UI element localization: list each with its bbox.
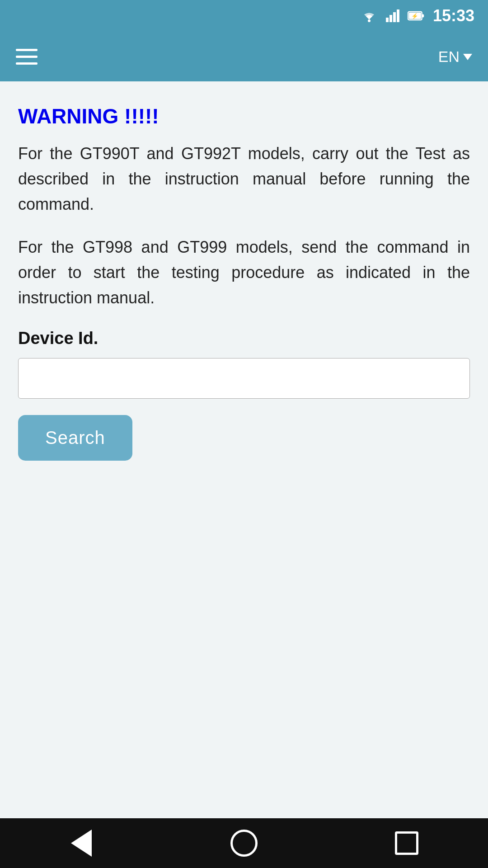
home-icon — [230, 830, 258, 857]
chevron-down-icon — [463, 54, 472, 60]
device-id-input[interactable] — [18, 358, 470, 399]
back-icon — [71, 830, 92, 857]
status-bar: ⚡ 15:33 — [0, 0, 488, 32]
wifi-icon — [361, 9, 378, 22]
app-bar: EN — [0, 32, 488, 81]
svg-rect-7 — [422, 14, 424, 17]
search-button[interactable]: Search — [18, 415, 132, 461]
hamburger-line-2 — [16, 56, 38, 58]
back-button[interactable] — [63, 825, 99, 861]
device-id-label: Device Id. — [18, 329, 470, 348]
svg-rect-2 — [389, 15, 392, 22]
svg-rect-3 — [393, 12, 396, 22]
language-label: EN — [438, 48, 460, 66]
warning-title: WARNING !!!!! — [18, 104, 470, 128]
status-bar-right: ⚡ 15:33 — [361, 6, 474, 25]
hamburger-menu-icon[interactable] — [16, 49, 38, 65]
signal-icon — [386, 9, 399, 22]
battery-icon: ⚡ — [408, 9, 425, 22]
main-content: WARNING !!!!! For the GT990T and GT992T … — [0, 81, 488, 818]
svg-rect-1 — [386, 18, 389, 22]
status-time: 15:33 — [433, 6, 474, 25]
language-selector[interactable]: EN — [438, 48, 472, 66]
home-button[interactable] — [226, 825, 262, 861]
svg-point-0 — [368, 19, 371, 22]
recents-icon — [395, 831, 418, 855]
warning-paragraph-1: For the GT990T and GT992T models, carry … — [18, 141, 470, 217]
svg-rect-4 — [397, 9, 399, 22]
svg-text:⚡: ⚡ — [411, 13, 418, 20]
hamburger-line-1 — [16, 49, 38, 51]
nav-bar — [0, 818, 488, 868]
recents-button[interactable] — [389, 825, 425, 861]
warning-paragraph-2: For the GT998 and GT999 models, send the… — [18, 235, 470, 310]
hamburger-line-3 — [16, 62, 38, 65]
